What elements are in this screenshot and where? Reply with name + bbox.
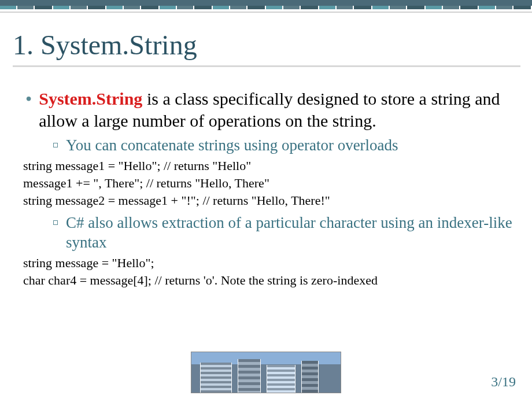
title-underline (13, 65, 520, 67)
bullet-dot-icon: • (25, 88, 32, 110)
code-block-1: string message1 = "Hello"; // returns "H… (13, 157, 520, 209)
code-block-2: string message = "Hello"; char char4 = m… (13, 254, 520, 289)
highlight-term: System.String (39, 89, 142, 108)
building-shape (267, 365, 295, 393)
slide-top-border (0, 0, 532, 17)
sub-bullet-marker-icon (53, 220, 58, 225)
main-bullet-text: System.String is a class specifically de… (39, 88, 520, 132)
code-line: char char4 = message[4]; // returns 'o'.… (23, 272, 520, 289)
building-shape (238, 359, 261, 393)
sub-bullet-2: C# also allows extraction of a particula… (13, 213, 520, 252)
building-shape (200, 363, 232, 393)
code-line: string message2 = message1 + "!"; // ret… (23, 192, 520, 209)
sub-bullet-marker-icon (53, 143, 58, 147)
footer-buildings-image (191, 352, 341, 393)
page-number: 3/19 (491, 374, 516, 390)
sub-bullet-1-text: You can concatenate strings using operat… (66, 135, 398, 155)
slide-title: 1. System.String (13, 29, 520, 61)
sub-bullet-1: You can concatenate strings using operat… (13, 135, 520, 155)
sub-bullet-2-text: C# also allows extraction of a particula… (66, 213, 520, 252)
building-shape (301, 361, 319, 393)
main-bullet: • System.String is a class specifically … (13, 88, 520, 132)
code-line: message1 += ", There"; // returns "Hello… (23, 175, 520, 192)
code-line: string message = "Hello"; (23, 254, 520, 272)
code-line: string message1 = "Hello"; // returns "H… (23, 157, 520, 175)
slide-content: 1. System.String • System.String is a cl… (0, 17, 532, 289)
